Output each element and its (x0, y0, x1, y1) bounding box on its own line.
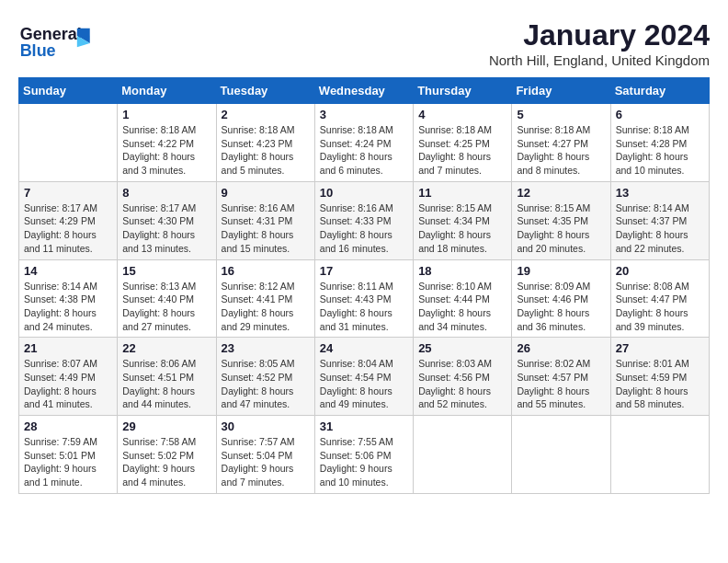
day-number: 18 (418, 264, 506, 278)
month-title: January 2024 (489, 18, 710, 52)
calendar-cell: 25Sunrise: 8:03 AMSunset: 4:56 PMDayligh… (414, 338, 512, 416)
day-info: Sunrise: 8:18 AMSunset: 4:28 PMDaylight:… (616, 123, 704, 178)
calendar-table: SundayMondayTuesdayWednesdayThursdayFrid… (18, 77, 710, 494)
calendar-cell: 15Sunrise: 8:13 AMSunset: 4:40 PMDayligh… (118, 259, 216, 338)
calendar-cell: 24Sunrise: 8:04 AMSunset: 4:54 PMDayligh… (314, 338, 413, 416)
day-number: 14 (24, 264, 112, 278)
day-info: Sunrise: 8:05 AMSunset: 4:52 PMDaylight:… (222, 357, 310, 411)
day-number: 4 (418, 108, 506, 121)
calendar-cell (610, 416, 709, 494)
calendar-cell: 29Sunrise: 7:58 AMSunset: 5:02 PMDayligh… (118, 416, 216, 494)
day-info: Sunrise: 8:03 AMSunset: 4:56 PMDaylight:… (418, 357, 506, 411)
day-number: 8 (122, 186, 210, 200)
day-number: 16 (222, 264, 310, 278)
calendar-cell: 21Sunrise: 8:07 AMSunset: 4:49 PMDayligh… (19, 338, 118, 416)
day-number: 20 (616, 264, 704, 278)
calendar-week-row: 7Sunrise: 8:17 AMSunset: 4:29 PMDaylight… (19, 181, 710, 259)
calendar-cell: 13Sunrise: 8:14 AMSunset: 4:37 PMDayligh… (610, 181, 709, 259)
calendar-cell: 30Sunrise: 7:57 AMSunset: 5:04 PMDayligh… (216, 416, 314, 494)
calendar-cell (414, 416, 512, 494)
logo: General Blue (18, 18, 101, 64)
day-number: 31 (320, 419, 408, 433)
day-number: 30 (222, 419, 310, 433)
day-info: Sunrise: 8:15 AMSunset: 4:35 PMDaylight:… (517, 201, 605, 256)
calendar-cell: 18Sunrise: 8:10 AMSunset: 4:44 PMDayligh… (414, 259, 512, 338)
weekday-header: Tuesday (216, 78, 314, 104)
calendar-cell: 16Sunrise: 8:12 AMSunset: 4:41 PMDayligh… (216, 259, 314, 338)
calendar-cell: 19Sunrise: 8:09 AMSunset: 4:46 PMDayligh… (512, 259, 610, 338)
day-number: 1 (122, 108, 210, 121)
day-info: Sunrise: 8:18 AMSunset: 4:25 PMDaylight:… (418, 123, 506, 178)
day-number: 25 (418, 341, 506, 355)
day-info: Sunrise: 8:11 AMSunset: 4:43 PMDaylight:… (320, 280, 408, 334)
day-number: 26 (517, 341, 605, 355)
calendar-cell: 4Sunrise: 8:18 AMSunset: 4:25 PMDaylight… (414, 104, 512, 182)
calendar-cell: 27Sunrise: 8:01 AMSunset: 4:59 PMDayligh… (610, 338, 709, 416)
day-number: 23 (222, 341, 310, 355)
day-number: 6 (616, 108, 704, 121)
day-info: Sunrise: 7:59 AMSunset: 5:01 PMDaylight:… (24, 435, 112, 489)
weekday-header: Thursday (414, 78, 512, 104)
day-info: Sunrise: 8:04 AMSunset: 4:54 PMDaylight:… (320, 357, 408, 411)
day-number: 28 (24, 419, 112, 433)
calendar-cell: 22Sunrise: 8:06 AMSunset: 4:51 PMDayligh… (118, 338, 216, 416)
calendar-cell: 6Sunrise: 8:18 AMSunset: 4:28 PMDaylight… (610, 104, 709, 182)
calendar-cell: 5Sunrise: 8:18 AMSunset: 4:27 PMDaylight… (512, 104, 610, 182)
calendar-cell: 31Sunrise: 7:55 AMSunset: 5:06 PMDayligh… (314, 416, 413, 494)
calendar-cell: 14Sunrise: 8:14 AMSunset: 4:38 PMDayligh… (19, 259, 118, 338)
day-number: 9 (222, 186, 310, 200)
day-info: Sunrise: 8:01 AMSunset: 4:59 PMDaylight:… (616, 357, 704, 411)
calendar-week-row: 28Sunrise: 7:59 AMSunset: 5:01 PMDayligh… (19, 416, 710, 494)
weekday-header: Friday (512, 78, 610, 104)
day-info: Sunrise: 8:18 AMSunset: 4:22 PMDaylight:… (122, 123, 210, 178)
day-number: 3 (320, 108, 408, 121)
calendar-cell: 12Sunrise: 8:15 AMSunset: 4:35 PMDayligh… (512, 181, 610, 259)
day-number: 19 (517, 264, 605, 278)
svg-text:General: General (20, 25, 82, 43)
header-row: SundayMondayTuesdayWednesdayThursdayFrid… (19, 78, 710, 104)
day-info: Sunrise: 8:15 AMSunset: 4:34 PMDaylight:… (418, 201, 506, 256)
calendar-cell: 1Sunrise: 8:18 AMSunset: 4:22 PMDaylight… (118, 104, 216, 182)
weekday-header: Sunday (19, 78, 118, 104)
calendar-cell (512, 416, 610, 494)
calendar-week-row: 21Sunrise: 8:07 AMSunset: 4:49 PMDayligh… (19, 338, 710, 416)
day-info: Sunrise: 7:55 AMSunset: 5:06 PMDaylight:… (320, 435, 408, 489)
day-number: 10 (320, 186, 408, 200)
calendar-cell: 7Sunrise: 8:17 AMSunset: 4:29 PMDaylight… (19, 181, 118, 259)
calendar-cell: 17Sunrise: 8:11 AMSunset: 4:43 PMDayligh… (314, 259, 413, 338)
day-info: Sunrise: 8:13 AMSunset: 4:40 PMDaylight:… (122, 280, 210, 334)
day-number: 27 (616, 341, 704, 355)
location: North Hill, England, United Kingdom (489, 52, 710, 68)
svg-text:Blue: Blue (20, 41, 56, 60)
title-block: January 2024 North Hill, England, United… (489, 18, 710, 68)
weekday-header: Wednesday (314, 78, 413, 104)
calendar-cell: 9Sunrise: 8:16 AMSunset: 4:31 PMDaylight… (216, 181, 314, 259)
day-info: Sunrise: 8:14 AMSunset: 4:38 PMDaylight:… (24, 280, 112, 334)
day-info: Sunrise: 8:06 AMSunset: 4:51 PMDaylight:… (122, 357, 210, 411)
weekday-header: Saturday (610, 78, 709, 104)
day-info: Sunrise: 8:17 AMSunset: 4:29 PMDaylight:… (24, 201, 112, 256)
day-number: 12 (517, 186, 605, 200)
calendar-week-row: 14Sunrise: 8:14 AMSunset: 4:38 PMDayligh… (19, 259, 710, 338)
day-number: 22 (122, 341, 210, 355)
day-info: Sunrise: 8:02 AMSunset: 4:57 PMDaylight:… (517, 357, 605, 411)
day-number: 7 (24, 186, 112, 200)
day-info: Sunrise: 8:10 AMSunset: 4:44 PMDaylight:… (418, 280, 506, 334)
day-number: 24 (320, 341, 408, 355)
day-info: Sunrise: 8:12 AMSunset: 4:41 PMDaylight:… (222, 280, 310, 334)
day-info: Sunrise: 8:09 AMSunset: 4:46 PMDaylight:… (517, 280, 605, 334)
calendar-cell (19, 104, 118, 182)
day-info: Sunrise: 8:18 AMSunset: 4:24 PMDaylight:… (320, 123, 408, 178)
calendar-cell: 26Sunrise: 8:02 AMSunset: 4:57 PMDayligh… (512, 338, 610, 416)
calendar-cell: 23Sunrise: 8:05 AMSunset: 4:52 PMDayligh… (216, 338, 314, 416)
calendar-cell: 2Sunrise: 8:18 AMSunset: 4:23 PMDaylight… (216, 104, 314, 182)
calendar-cell: 10Sunrise: 8:16 AMSunset: 4:33 PMDayligh… (314, 181, 413, 259)
day-number: 2 (222, 108, 310, 121)
calendar-cell: 20Sunrise: 8:08 AMSunset: 4:47 PMDayligh… (610, 259, 709, 338)
day-number: 5 (517, 108, 605, 121)
calendar-cell: 3Sunrise: 8:18 AMSunset: 4:24 PMDaylight… (314, 104, 413, 182)
day-info: Sunrise: 8:07 AMSunset: 4:49 PMDaylight:… (24, 357, 112, 411)
calendar-cell: 11Sunrise: 8:15 AMSunset: 4:34 PMDayligh… (414, 181, 512, 259)
day-info: Sunrise: 8:08 AMSunset: 4:47 PMDaylight:… (616, 280, 704, 334)
weekday-header: Monday (118, 78, 216, 104)
